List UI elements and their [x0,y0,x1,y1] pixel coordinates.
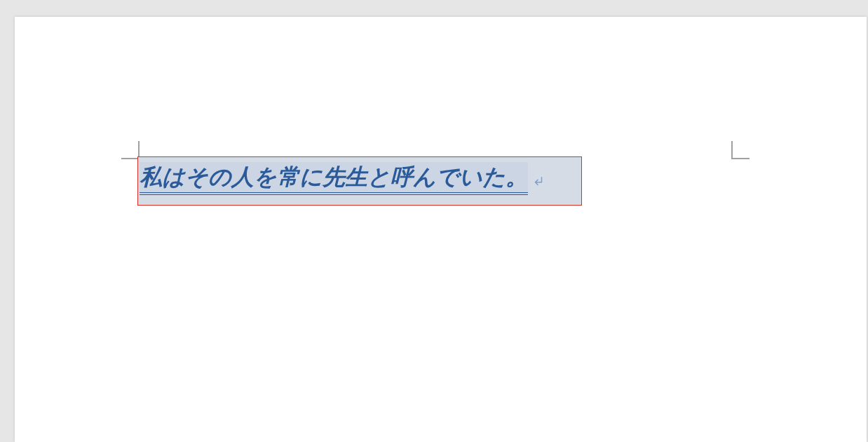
margin-corner-top-right [731,141,750,159]
text-line-wrapper: 私はその人を常に先生と呼んでいた。 [140,162,578,195]
document-page[interactable]: 私はその人を常に先生と呼んでいた。 [15,17,867,442]
selected-text-box[interactable]: 私はその人を常に先生と呼んでいた。 [137,156,582,206]
paragraph-mark-icon [532,173,545,192]
document-text-selected[interactable]: 私はその人を常に先生と呼んでいた。 [140,162,528,195]
